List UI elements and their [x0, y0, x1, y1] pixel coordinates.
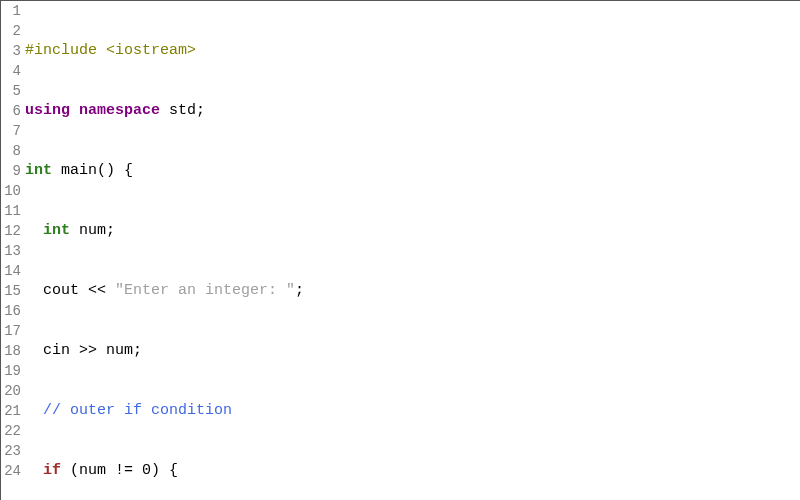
type-token: int	[25, 162, 52, 179]
code-line: // outer if condition	[25, 401, 800, 421]
line-number-gutter: 1 2 3 4 5 6 7 8 9 10 11 12 13 14 15 16 1…	[1, 1, 25, 500]
code-line: cout << "Enter an integer: ";	[25, 281, 800, 301]
comment-token: // outer if condition	[43, 402, 232, 419]
indent	[25, 282, 43, 299]
code-area[interactable]: #include <iostream> using namespace std;…	[25, 1, 800, 500]
line-number: 23	[1, 441, 21, 461]
indent	[25, 222, 43, 239]
indent	[25, 402, 43, 419]
identifier-token: ;	[295, 282, 304, 299]
line-number: 6	[1, 101, 21, 121]
line-number: 19	[1, 361, 21, 381]
line-number: 10	[1, 181, 21, 201]
code-line: if (num != 0) {	[25, 461, 800, 481]
line-number: 2	[1, 21, 21, 41]
identifier-token: cin >> num;	[43, 342, 142, 359]
line-number: 21	[1, 401, 21, 421]
indent	[25, 342, 43, 359]
line-number: 13	[1, 241, 21, 261]
line-number: 15	[1, 281, 21, 301]
line-number: 3	[1, 41, 21, 61]
line-number: 11	[1, 201, 21, 221]
line-number: 14	[1, 261, 21, 281]
code-line: int num;	[25, 221, 800, 241]
line-number: 16	[1, 301, 21, 321]
code-line: cin >> num;	[25, 341, 800, 361]
line-number: 7	[1, 121, 21, 141]
line-number: 8	[1, 141, 21, 161]
code-line: using namespace std;	[25, 101, 800, 121]
code-line: #include <iostream>	[25, 41, 800, 61]
line-number: 24	[1, 461, 21, 481]
line-number: 4	[1, 61, 21, 81]
identifier-token: (num != 0) {	[61, 462, 178, 479]
line-number: 9	[1, 161, 21, 181]
identifier-token: main() {	[52, 162, 133, 179]
line-number: 1	[1, 1, 21, 21]
identifier-token: std;	[160, 102, 205, 119]
line-number: 18	[1, 341, 21, 361]
identifier-token: num;	[70, 222, 115, 239]
identifier-token: cout <<	[43, 282, 115, 299]
indent	[25, 462, 43, 479]
keyword-token: if	[43, 462, 61, 479]
code-line: int main() {	[25, 161, 800, 181]
line-number: 17	[1, 321, 21, 341]
include-target: <iostream>	[97, 42, 196, 59]
keyword-token: using	[25, 102, 70, 119]
string-token: "Enter an integer: "	[115, 282, 295, 299]
keyword-token: namespace	[79, 102, 160, 119]
code-editor: 1 2 3 4 5 6 7 8 9 10 11 12 13 14 15 16 1…	[0, 0, 800, 500]
line-number: 5	[1, 81, 21, 101]
preprocessor-token: #include	[25, 42, 97, 59]
line-number: 12	[1, 221, 21, 241]
line-number: 22	[1, 421, 21, 441]
line-number: 20	[1, 381, 21, 401]
type-token: int	[43, 222, 70, 239]
